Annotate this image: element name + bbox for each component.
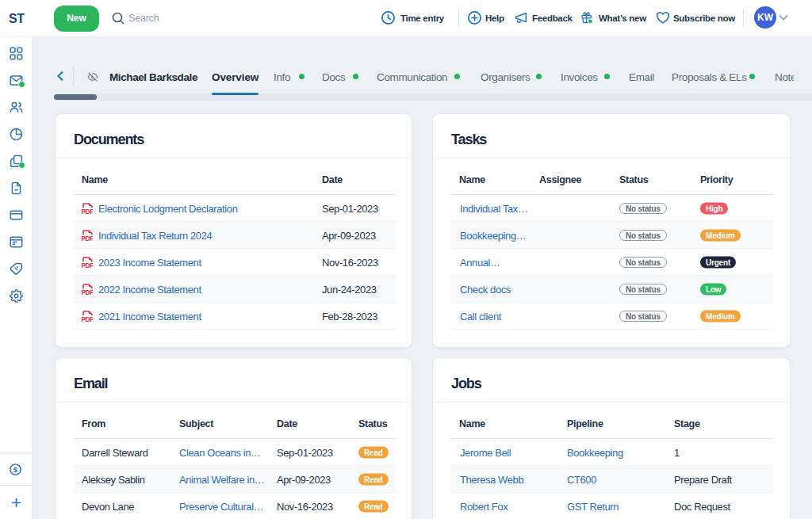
svg-text:$: $	[13, 465, 18, 474]
